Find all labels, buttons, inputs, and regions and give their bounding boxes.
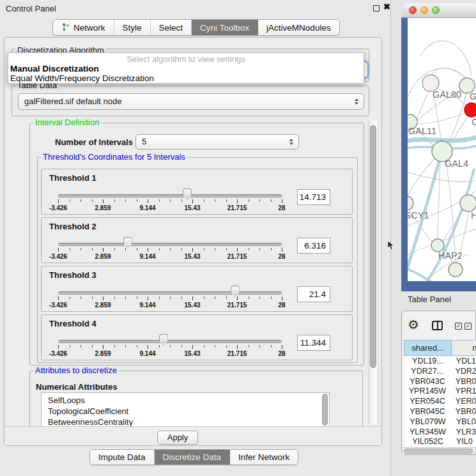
table-cell-shared-name[interactable]: YLR345W xyxy=(404,427,452,438)
network-node[interactable] xyxy=(449,263,463,277)
table-row[interactable]: YDL19...YDL1 xyxy=(404,357,476,367)
slider-tick-label: -3.426 xyxy=(43,350,73,357)
table-cell-name[interactable]: YDR2 xyxy=(450,367,476,377)
threshold-3-value-field[interactable]: 21.4 xyxy=(297,286,330,302)
table-cell-name[interactable]: YBL0 xyxy=(452,417,476,427)
table-row[interactable]: YBR043CYBR0 xyxy=(404,377,476,387)
slider-tick xyxy=(237,345,238,349)
threshold-2-value-field[interactable]: 6.316 xyxy=(297,238,330,254)
threshold-4-slider-track[interactable] xyxy=(58,340,282,343)
threshold-4-slider-thumb[interactable] xyxy=(159,334,168,346)
table-cell-name[interactable]: YDL1 xyxy=(452,357,476,367)
slider-tick-label: 21.715 xyxy=(222,204,252,211)
tab-cyni-toolbox[interactable]: Cyni Toolbox xyxy=(192,20,258,35)
zoom-traffic-light-icon[interactable] xyxy=(432,6,440,14)
close-icon[interactable]: ✖ xyxy=(383,2,390,12)
threshold-2-label: Threshold 2 xyxy=(49,222,96,231)
slider-tick xyxy=(92,199,93,202)
network-node[interactable] xyxy=(460,195,476,211)
table-row[interactable]: YIL052CYIL0 xyxy=(404,437,476,447)
slider-tick xyxy=(137,345,137,348)
slider-tick xyxy=(215,345,215,348)
slider-tick-label: -3.426 xyxy=(43,253,73,260)
table-cell-shared-name[interactable]: YBL079W xyxy=(404,417,452,427)
main-scrollbar-thumb[interactable] xyxy=(370,125,376,368)
slider-tick xyxy=(170,345,171,348)
threshold-4-value-field[interactable]: 11.344 xyxy=(297,335,330,351)
apply-button[interactable]: Apply xyxy=(157,431,198,445)
settings-gear-icon[interactable]: ⚙ xyxy=(408,318,419,331)
table-cell-shared-name[interactable]: YIL052C xyxy=(404,437,452,447)
table-cell-shared-name[interactable]: YER054C xyxy=(404,397,451,407)
network-node-label: HAP2 xyxy=(438,250,463,261)
slider-tick xyxy=(259,296,260,299)
column-header-name[interactable]: na xyxy=(452,340,476,356)
network-node[interactable] xyxy=(464,103,476,117)
attribute-list-item[interactable]: TopologicalCoefficient xyxy=(42,406,329,417)
threshold-2-slider-thumb[interactable] xyxy=(123,237,132,249)
checkbox-icon[interactable]: ✓ xyxy=(455,323,462,330)
tab-label: Select xyxy=(159,23,183,33)
table-cell-name[interactable]: YBR0 xyxy=(451,407,476,417)
tab-discretize-data[interactable]: Discretize Data xyxy=(155,450,231,464)
tab-style[interactable]: Style xyxy=(114,20,151,35)
table-row[interactable]: YBR045CYBR0 xyxy=(404,407,476,417)
network-canvas[interactable]: GAL80GACGAL11GAL4GCY1HHAP2 xyxy=(408,18,476,281)
tab-impute-data[interactable]: Impute Data xyxy=(90,450,155,464)
slider-tick xyxy=(92,248,93,250)
tab-select[interactable]: Select xyxy=(151,20,192,35)
slider-tick xyxy=(159,296,160,299)
network-window-titlebar[interactable] xyxy=(401,3,476,18)
table-cell-shared-name[interactable]: YDR27... xyxy=(404,367,450,377)
table-cell-name[interactable]: YBR0 xyxy=(451,377,476,387)
table-cell-name[interactable]: YER0 xyxy=(451,397,476,407)
slider-tick xyxy=(215,296,215,299)
tab-infer-network[interactable]: Infer Network xyxy=(230,450,298,464)
table-row[interactable]: YBL079WYBL0 xyxy=(404,417,476,427)
table-cell-shared-name[interactable]: YDL19... xyxy=(404,357,452,367)
threshold-1-value-field[interactable]: 14.713 xyxy=(297,189,330,205)
table-cell-name[interactable]: YLR3 xyxy=(452,427,476,438)
threshold-4-panel: Threshold 4 -3.4262.8599.14415.4321.7152… xyxy=(41,314,353,360)
number-of-intervals-select[interactable]: 5 xyxy=(135,134,299,150)
table-hscrollbar-thumb[interactable] xyxy=(404,449,473,454)
threshold-3-slider-track[interactable] xyxy=(58,291,282,295)
threshold-4-label: Threshold 4 xyxy=(49,319,96,328)
dropdown-item-equal-width-frequency[interactable]: Equal Width/Frequency Discretization xyxy=(8,73,364,83)
tab-network[interactable]: Network xyxy=(53,20,114,35)
slider-tick-label: 15.43 xyxy=(177,302,208,309)
minimize-traffic-light-icon[interactable] xyxy=(420,6,428,14)
tab-label: Infer Network xyxy=(238,450,289,465)
table-cell-name[interactable]: YIL0 xyxy=(452,437,473,447)
close-traffic-light-icon[interactable] xyxy=(409,6,417,14)
slider-tick-label: 2.859 xyxy=(88,253,118,260)
number-of-intervals-label: Number of Intervals xyxy=(55,137,133,147)
attribute-list-item[interactable]: SelfLoops xyxy=(42,395,329,406)
threshold-1-slider-thumb[interactable] xyxy=(183,188,192,200)
attributes-list-scrollbar[interactable] xyxy=(322,394,328,426)
threshold-1-slider-track[interactable] xyxy=(58,194,282,197)
slider-tick xyxy=(159,248,160,250)
column-header-shared-name[interactable]: shared... xyxy=(404,340,452,356)
table-row[interactable]: YPR145WYPR1 xyxy=(404,387,476,397)
table-row[interactable]: YDR27...YDR2 xyxy=(404,367,476,377)
network-node[interactable] xyxy=(431,239,444,252)
network-node-label: GAL4 xyxy=(445,158,468,169)
checkbox-icon[interactable]: ✓ xyxy=(464,323,472,330)
split-panel-icon[interactable] xyxy=(432,321,443,330)
tab-jactivemnodules[interactable]: jActiveMNodules xyxy=(258,20,339,35)
table-cell-shared-name[interactable]: YPR145W xyxy=(404,387,451,397)
table-row[interactable]: YER054CYER0 xyxy=(404,397,476,407)
table-cell-shared-name[interactable]: YBR043C xyxy=(404,377,451,387)
float-window-icon[interactable] xyxy=(373,5,380,12)
table-cell-name[interactable]: YPR1 xyxy=(451,387,476,397)
table-data-select[interactable]: galFiltered.sif default node xyxy=(18,93,364,110)
threshold-2-slider-track[interactable] xyxy=(58,243,282,246)
threshold-3-slider-thumb[interactable] xyxy=(231,286,240,297)
table-cell-shared-name[interactable]: YBR045C xyxy=(404,407,451,417)
slider-tick xyxy=(192,296,193,300)
slider-tick xyxy=(58,345,59,349)
dropdown-item-manual-discretization[interactable]: Manual Discretization xyxy=(8,64,364,73)
table-row[interactable]: YLR345WYLR3 xyxy=(404,427,476,438)
network-node[interactable] xyxy=(408,196,413,210)
